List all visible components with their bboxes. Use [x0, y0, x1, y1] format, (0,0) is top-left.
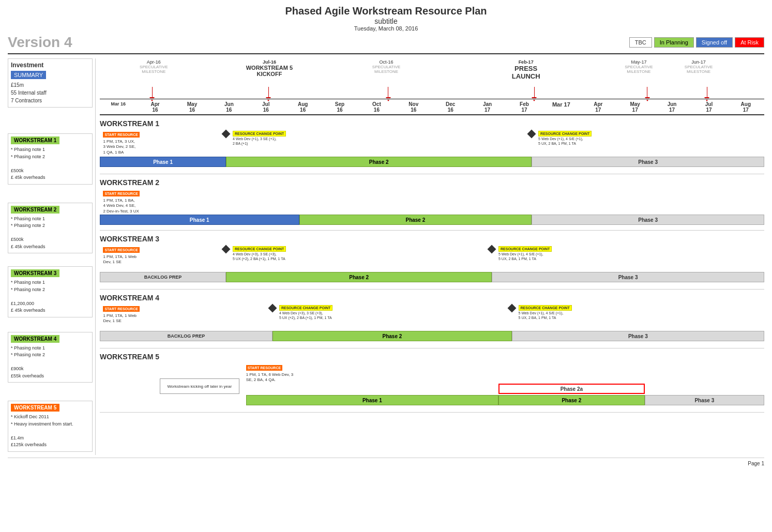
ws4-diamond1-icon	[268, 304, 277, 313]
milestone-oct16: Oct-16 SPECULATIVE MILESTONE	[372, 59, 401, 74]
month-may17: May17	[616, 101, 653, 113]
investment-section: Investment SUMMARY £15m 55 Internal staf…	[8, 58, 93, 108]
ws3-phase2-bar: Phase 2	[226, 272, 492, 282]
ws1-rc2-label: RESOURCE CHANGE POINT	[538, 131, 592, 136]
month-aug17: Aug17	[728, 101, 764, 113]
left-panel: Investment SUMMARY £15m 55 Internal staf…	[8, 58, 96, 455]
month-mar16: Mar 16	[100, 101, 137, 113]
ws1-title: WORKSTREAM 1	[100, 119, 764, 128]
ws5-phase2-bar: Phase 2	[498, 395, 645, 405]
ws4-rc2-detail: 5 Web Dev (+1), 4 S/E (+1),5 UX, 2 BA, 1…	[519, 311, 572, 320]
month-may16: May16	[174, 101, 210, 113]
milestone-jul16: Jul-16 WORKSTREAM 5 KICKOFF	[246, 59, 293, 77]
page: Phased Agile Workstream Resource Plan su…	[0, 0, 772, 532]
ws5-resource-detail: 1 PM, 1 TA, 6 Web Dev, 3SE, 2 BA, 4 QA.	[246, 372, 293, 383]
ws3-gantt: START RESOURCE 1 PM, 1TA, 1 WebDev, 1 SE…	[100, 246, 764, 285]
version-label: Version 4	[8, 34, 72, 51]
ws3-resource-detail: 1 PM, 1TA, 1 WebDev, 1 SE	[103, 254, 137, 265]
ws1-rc1: RESOURCE CHANGE POINT 4 Web Dev (+1), 3 …	[233, 131, 286, 146]
ws2-phase3-bar: Phase 3	[532, 215, 764, 225]
legend: TBC In Planning Signed off At Risk	[629, 37, 764, 48]
ws3-rc2: RESOURCE CHANGE POINT 5 Web Dev (+1), 4 …	[498, 246, 552, 261]
investment-detail: £15m 55 Internal staff 7 Contractors	[11, 81, 89, 104]
footer: Page 1	[8, 458, 764, 466]
ws2-phase2-bar: Phase 2	[299, 215, 532, 225]
ws4-rc1-label: RESOURCE CHANGE POINT	[279, 305, 332, 311]
timeline-header: Apr-16 SPECULATIVE MILESTONE Jul-16 WORK…	[100, 58, 764, 115]
ws3-start-resource: START RESOURCE	[103, 247, 139, 253]
ws5-phase2a-bar: Phase 2a	[498, 384, 645, 394]
month-jan17: Jan17	[469, 101, 506, 113]
ws3-left-section: WORKSTREAM 3 * Phasing note 1 * Phasing …	[8, 266, 93, 317]
ws3-backlog-bar: BACKLOG PREP	[100, 272, 226, 282]
ws4-start-resource: START RESOURCE	[103, 306, 139, 312]
ws4-resource-detail: 1 PM, 1TA, 1 WebDev, 1 SE	[103, 313, 137, 324]
investment-staff: 55 Internal staff	[11, 89, 89, 97]
ws3-diamond1-container	[226, 246, 229, 252]
ws1-resource-detail: 1 PM, 1TA, 3 UX,3 Web Dev, 2 SE,1 QA, 1 …	[103, 139, 135, 155]
ws4-rc1: RESOURCE CHANGE POINT 4 Web Dev (+3), 3 …	[279, 305, 332, 320]
ws4-rc2-label: RESOURCE CHANGE POINT	[519, 305, 572, 311]
month-feb17: Feb17	[506, 101, 542, 113]
milestone-apr16: Apr-16 SPECULATIVE MILESTONE	[140, 59, 168, 74]
ws4-left-detail: * Phasing note 1 * Phasing note 2 £900k …	[11, 345, 89, 380]
legend-risk: At Risk	[735, 37, 764, 48]
month-oct16: Oct16	[358, 101, 395, 113]
ws2-start-resource: START RESOURCE	[103, 191, 139, 196]
ws4-gantt: START RESOURCE 1 PM, 1TA, 1 WebDev, 1 SE…	[100, 305, 764, 344]
ws4-phase3-bar: Phase 3	[512, 331, 764, 341]
ws1-rc2-detail: 5 Web Dev (+1), 4 S/E (+1),5 UX, 2 BA, 1…	[538, 136, 592, 146]
ws1-left-label: WORKSTREAM 1	[11, 136, 59, 144]
ws4-diamond2-container	[512, 305, 515, 311]
ws4-left-section: WORKSTREAM 4 * Phasing note 1 * Phasing …	[8, 332, 93, 383]
right-panel: Apr-16 SPECULATIVE MILESTONE Jul-16 WORK…	[96, 58, 764, 455]
page-number: Page 1	[748, 461, 764, 466]
ws1-start-resource: START RESOURCE	[103, 132, 139, 138]
ws3-rc2-detail: 5 Web Dev (+1), 4 S/E (+1),5 UX, 2 BA, 1…	[498, 252, 552, 261]
ws4-diamond1-container	[273, 305, 276, 311]
ws1-diamond1-container	[226, 131, 229, 137]
ws2-left-detail: * Phasing note 1 * Phasing note 2 £500k …	[11, 216, 89, 251]
ws3-diamond2-container	[492, 246, 495, 252]
ws3-diamond2-icon	[488, 245, 496, 254]
ws2-title: WORKSTREAM 2	[100, 178, 764, 187]
ws2-phase1-bar: Phase 1	[100, 215, 299, 225]
ws4-title: WORKSTREAM 4	[100, 294, 764, 302]
ws5-left-section: WORKSTREAM 5 * Kickoff Dec 2011 * Heavy …	[8, 401, 93, 452]
investment-title: Investment	[11, 62, 89, 69]
investment-contractors: 7 Contractors	[11, 97, 89, 104]
ws3-left-detail: * Phasing note 1 * Phasing note 2 £1,200…	[11, 279, 89, 314]
investment-summary-label: SUMMARY	[11, 71, 46, 79]
timeline-bar	[100, 98, 764, 100]
ws3-left-label: WORKSTREAM 3	[11, 269, 59, 277]
month-aug16: Aug16	[284, 101, 321, 113]
ws5-phase3-bar: Phase 3	[645, 395, 764, 405]
ws1-phase1-bar: Phase 1	[100, 157, 226, 167]
ws1-phase3-bar: Phase 3	[532, 157, 764, 167]
ws2-row: WORKSTREAM 2 START RESOURCE 1 PM, 1TA, 1…	[100, 174, 764, 231]
investment-amount: £15m	[11, 81, 89, 89]
header: Phased Agile Workstream Resource Plan su…	[8, 5, 764, 32]
month-nov16: Nov16	[395, 101, 432, 113]
ws1-left-detail: * Phasing note 1 * Phasing note 2 £500k …	[11, 146, 89, 181]
ws4-rc1-detail: 4 Web Dev (+3), 3 SE (+3),5 UX (+2), 2 B…	[279, 311, 332, 320]
date: Tuesday, March 08, 2016	[8, 25, 764, 32]
ws3-rc1-label: RESOURCE CHANGE POINT	[233, 246, 286, 252]
ws1-diamond1-icon	[222, 130, 231, 139]
month-apr17: Apr17	[580, 101, 616, 113]
ws5-title: WORKSTREAM 5	[100, 353, 764, 361]
main-layout: Investment SUMMARY £15m 55 Internal staf…	[8, 58, 764, 455]
milestone-jun17: Jun-17 SPECULATIVE MILESTONE	[685, 59, 713, 74]
subtitle: subtitle	[8, 17, 764, 25]
month-mar17: Mar 17	[543, 101, 580, 113]
ws4-backlog-bar: BACKLOG PREP	[100, 331, 273, 341]
top-bar: Version 4 TBC In Planning Signed off At …	[8, 34, 764, 54]
milestone-feb17: Feb-17 PRESS LAUNCH	[512, 59, 540, 80]
ws4-phase2-bar: Phase 2	[273, 331, 512, 341]
ws4-left-label: WORKSTREAM 4	[11, 335, 59, 343]
ws1-rc1-detail: 4 Web Dev (+1), 3 SE (+1),2 BA (+1)	[233, 136, 286, 146]
ws4-rc2: RESOURCE CHANGE POINT 5 Web Dev (+1), 4 …	[519, 305, 572, 320]
ws1-left-section: WORKSTREAM 1 * Phasing note 1 * Phasing …	[8, 133, 93, 185]
ws1-rc2: RESOURCE CHANGE POINT 5 Web Dev (+1), 4 …	[538, 131, 592, 146]
ws1-diamond2-container	[532, 131, 535, 137]
